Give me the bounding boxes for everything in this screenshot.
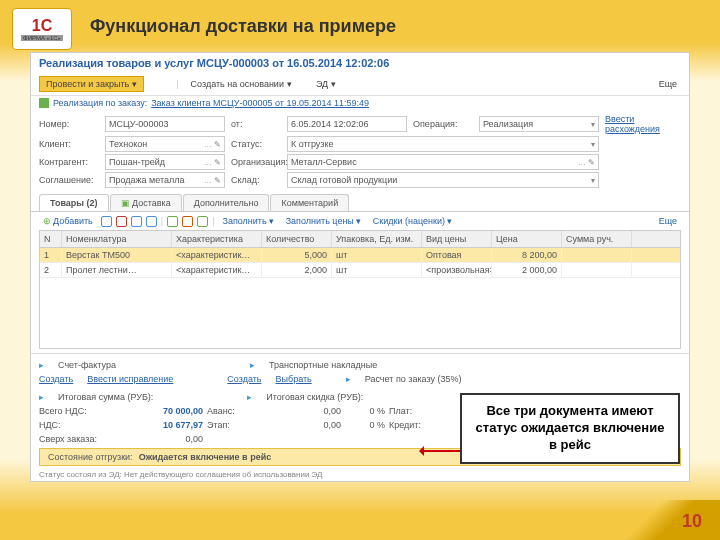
logo: 1C ФИРМА «1С» [12,8,72,50]
delete-icon[interactable] [116,216,127,227]
vvesti-ispravlenie-link[interactable]: Ввести исправление [87,374,173,384]
order-link[interactable]: Заказ клиента МСЦУ-000005 от 19.05.2014 … [151,98,369,108]
vvesti-rashozhdeniya-link[interactable]: Ввести расхождения [605,114,681,134]
more-button[interactable]: Еще [655,77,681,91]
copy-icon[interactable] [101,216,112,227]
org-input[interactable]: Металл-Сервис… ✎ [287,154,599,170]
tab-tovary[interactable]: Товары (2) [39,194,109,211]
operation-select[interactable]: Реализация▾ [479,116,599,132]
scan-icon[interactable] [182,216,193,227]
document-title: Реализация товаров и услуг МСЦУ-000003 о… [31,53,689,73]
tabs: Товары (2) ▣ Доставка Дополнительно Комм… [31,194,689,212]
main-toolbar: Провести и закрыть ▾ | Создать на основа… [31,73,689,96]
sklad-input[interactable]: Склад готовой продукции▾ [287,172,599,188]
status-select[interactable]: К отгрузке▾ [287,136,599,152]
tab-dopolnitelno[interactable]: Дополнительно [183,194,270,211]
nomer-input[interactable]: МСЦУ-000003 [105,116,225,132]
date-input[interactable]: 6.05.2014 12:02:06 [287,116,407,132]
ed-status: Статус состоял из ЭД: Нет действующего с… [31,468,689,481]
page-number: 10 [682,511,702,532]
up-icon[interactable] [131,216,142,227]
tab-kommentariy[interactable]: Комментарий [270,194,349,211]
soglashenie-input[interactable]: Продажа металла… ✎ [105,172,225,188]
corner-decoration [600,500,720,540]
grid-header: NНоменклатураХарактеристикаКоличествоУпа… [40,231,680,248]
zapolnit-tseny-button[interactable]: Заполнить цены ▾ [282,215,365,227]
table-row[interactable]: 2Пролет лестни…<характеристик…2,000шт<пр… [40,263,680,278]
form-header: Номер: МСЦУ-000003 от: 6.05.2014 12:02:0… [31,110,689,192]
skidki-button[interactable]: Скидки (наценки) ▾ [369,215,456,227]
down-icon[interactable] [146,216,157,227]
footer: ▸Счет-фактура ▸Транспортные накладные Со… [31,353,689,390]
vybrat-link[interactable]: Выбрать [276,374,312,384]
zapolnit-button[interactable]: Заполнить ▾ [218,215,277,227]
barcode-icon[interactable] [197,216,208,227]
slide-title: Функционал доставки на примере [90,16,396,37]
sozdat-tn-link[interactable]: Создать [227,374,261,384]
tab-dostavka[interactable]: ▣ Доставка [110,194,182,211]
sozdat-sf-link[interactable]: Создать [39,374,73,384]
order-link-row: Реализация по заказу: Заказ клиента МСЦУ… [31,96,689,110]
sozdat-na-osnovanii-button[interactable]: Создать на основании ▾ [187,77,296,91]
provesti-button[interactable]: Провести и закрыть ▾ [39,76,144,92]
ed-button[interactable]: ЭД ▾ [312,77,340,91]
grid-toolbar: ⊕Добавить | | Заполнить ▾ Заполнить цены… [31,212,689,230]
grid-more-button[interactable]: Еще [655,215,681,227]
kontragent-input[interactable]: Пошан-трейд… ✎ [105,154,225,170]
items-grid: NНоменклатураХарактеристикаКоличествоУпа… [39,230,681,349]
table-row[interactable]: 1Верстак ТМ500<характеристик…5,000штОпто… [40,248,680,263]
dobavit-button[interactable]: ⊕Добавить [39,215,97,227]
callout-annotation: Все три документа имеют статус ожидается… [460,393,680,464]
klient-input[interactable]: Технокон… ✎ [105,136,225,152]
link-icon [39,98,49,108]
pick-icon[interactable] [167,216,178,227]
